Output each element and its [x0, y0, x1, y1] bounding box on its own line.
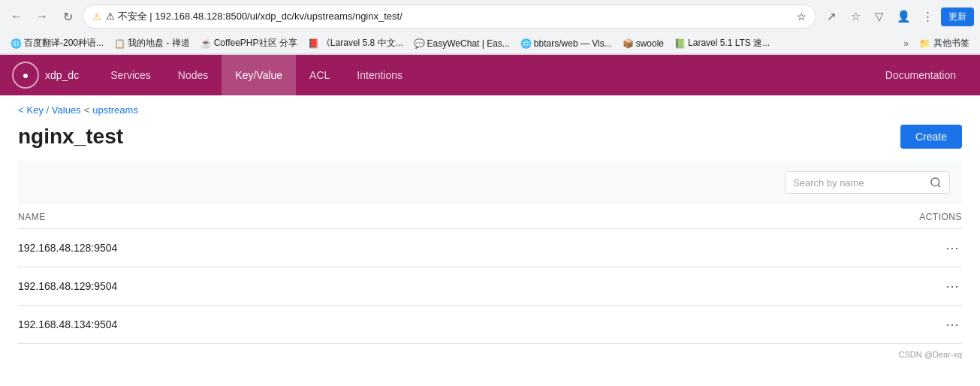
bookmark-icon-l58: 📕 [308, 38, 319, 49]
row-name-2: 192.168.48.134:9504 [18, 318, 945, 330]
bookmark-label: 百度翻译-200种语... [24, 37, 104, 50]
grid-icon[interactable]: ⋮ [917, 6, 938, 27]
bookmark-label: swoole [636, 38, 664, 49]
address-bar[interactable]: ⚠ ⚠ 不安全 | 192.168.48.128:8500/ui/xdp_dc/… [83, 5, 816, 29]
url-text: ⚠ 不安全 | 192.168.48.128:8500/ui/xdp_dc/kv… [106, 10, 792, 23]
row-name-0: 192.168.48.128:9504 [18, 242, 945, 254]
other-bookmarks-label: 其他书签 [933, 37, 969, 50]
breadcrumb-upstreams[interactable]: upstreams [92, 104, 138, 116]
bookmark-icon-baidu: 🌐 [11, 38, 22, 49]
breadcrumb: < Key / Values < upstreams [18, 95, 962, 125]
search-input[interactable] [793, 177, 925, 188]
bookmark-label: bbtars/web — Vis... [534, 38, 612, 49]
breadcrumb-separator: < [84, 104, 90, 116]
bookmark-icon-wechat: 💬 [414, 38, 425, 49]
row-actions-2[interactable]: ⋯ [945, 316, 962, 333]
bookmark-zentrack[interactable]: 📋 我的地盘 - 禅道 [110, 35, 194, 52]
profile-icon[interactable]: 👤 [893, 6, 914, 27]
app-navbar: ● xdp_dc Services Nodes Key/Value ACL In… [0, 55, 980, 95]
bookmark-icon-zen: 📋 [114, 38, 125, 49]
table-row: 192.168.48.128:9504 ⋯ [18, 229, 962, 267]
table-row: 192.168.48.134:9504 ⋯ [18, 306, 962, 344]
nav-services[interactable]: Services [97, 55, 164, 95]
forward-button[interactable]: → [32, 6, 53, 27]
bookmarks-overflow-button[interactable]: » [899, 36, 913, 51]
bookmark-baidu-translate[interactable]: 🌐 百度翻译-200种语... [6, 35, 108, 52]
bookmark-easywechat[interactable]: 💬 EasyWeChat | Eas... [409, 36, 514, 51]
app-title[interactable]: xdp_dc [45, 69, 79, 81]
app-logo: ● [12, 62, 39, 89]
nav-links: Services Nodes Key/Value ACL Intentions [97, 55, 873, 95]
breadcrumb-keyvalues[interactable]: Key / Values [27, 104, 81, 116]
share-icon[interactable]: ↗ [821, 6, 842, 27]
logo-icon: ● [23, 69, 29, 81]
nav-documentation[interactable]: Documentation [873, 69, 968, 81]
row-actions-0[interactable]: ⋯ [945, 240, 962, 256]
bookmark-icon-swoole: 📦 [623, 38, 634, 49]
search-area [18, 161, 962, 204]
column-name-header: Name [18, 212, 919, 222]
bookmark-label: EasyWeChat | Eas... [427, 38, 510, 49]
bookmarks-bar: 🌐 百度翻译-200种语... 📋 我的地盘 - 禅道 ☕ CoffeePHP社… [0, 33, 980, 54]
nav-acl[interactable]: ACL [296, 55, 343, 95]
bookmark-icon-l51: 📗 [674, 38, 686, 49]
footer-text: CSDN @Dear-xq [898, 350, 962, 359]
bookmark-swoole[interactable]: 📦 swoole [618, 36, 668, 51]
other-bookmarks[interactable]: 📁 其他书签 [915, 35, 974, 52]
svg-point-0 [931, 178, 939, 186]
bookmark-bbtars[interactable]: 🌐 bbtars/web — Vis... [516, 36, 617, 51]
browser-chrome: ← → ↻ ⚠ ⚠ 不安全 | 192.168.48.128:8500/ui/x… [0, 0, 980, 55]
security-warning-icon: ⚠ [92, 11, 101, 23]
bookmark-label: Laravel 5.1 LTS 速... [688, 37, 770, 50]
browser-toolbar: ← → ↻ ⚠ ⚠ 不安全 | 192.168.48.128:8500/ui/x… [0, 0, 980, 33]
nav-nodes[interactable]: Nodes [164, 55, 222, 95]
back-button[interactable]: ← [6, 6, 27, 27]
browser-actions: ↗ ☆ ▽ 👤 ⋮ 更新 [821, 6, 974, 27]
bookmark-laravel58[interactable]: 📕 《Laravel 5.8 中文... [303, 35, 408, 52]
star-icon[interactable]: ☆ [797, 11, 807, 23]
bookmark-label: 《Laravel 5.8 中文... [321, 37, 403, 50]
search-icon [930, 176, 942, 188]
bookmark-icon-bbtars: 🌐 [520, 38, 532, 49]
bookmark-icon[interactable]: ☆ [845, 6, 866, 27]
row-name-1: 192.168.48.129:9504 [18, 280, 945, 292]
update-button[interactable]: 更新 [941, 8, 974, 26]
table-row: 192.168.48.129:9504 ⋯ [18, 267, 962, 306]
bookmark-icon-coffee: ☕ [201, 38, 212, 49]
nav-keyvalue[interactable]: Key/Value [222, 55, 296, 95]
page-title: nginx_test [18, 125, 123, 149]
extension-icon[interactable]: ▽ [869, 6, 890, 27]
page-footer: CSDN @Dear-xq [18, 344, 962, 365]
refresh-button[interactable]: ↻ [57, 6, 78, 27]
search-box [785, 171, 950, 194]
bookmark-coffeephp[interactable]: ☕ CoffeePHP社区 分享 [196, 35, 302, 52]
create-button[interactable]: Create [900, 125, 962, 149]
nav-intentions[interactable]: Intentions [343, 55, 416, 95]
breadcrumb-sep-left: < [18, 104, 24, 116]
bookmark-label: 我的地盘 - 禅道 [128, 37, 190, 50]
table-header: Name Actions [18, 204, 962, 229]
main-content: < Key / Values < upstreams nginx_test Cr… [0, 95, 980, 365]
column-actions-header: Actions [919, 212, 962, 222]
search-button[interactable] [930, 176, 942, 188]
row-actions-1[interactable]: ⋯ [945, 278, 962, 294]
page-header: nginx_test Create [18, 125, 962, 149]
folder-icon: 📁 [919, 38, 930, 49]
bookmark-label: CoffeePHP社区 分享 [214, 37, 297, 50]
svg-line-1 [938, 185, 940, 187]
bookmark-laravel51[interactable]: 📗 Laravel 5.1 LTS 速... [670, 35, 774, 52]
